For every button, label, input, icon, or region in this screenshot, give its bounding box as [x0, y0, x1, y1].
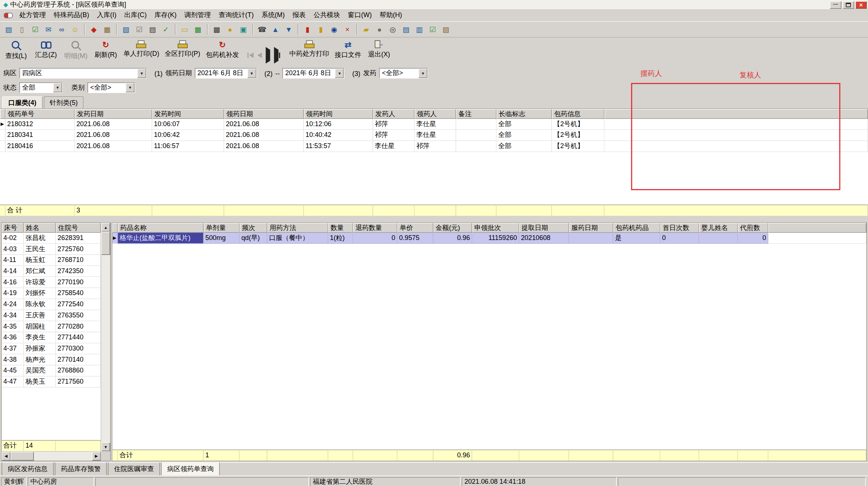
report-icon[interactable]: ▤ [400, 23, 412, 35]
tab-ward-dispense-info[interactable]: 病区发药信息 [1, 462, 54, 476]
scrollbar-thumb[interactable] [101, 232, 110, 255]
summary-button[interactable]: 汇总(Z) [31, 39, 61, 61]
scrollbar-track[interactable] [34, 452, 92, 461]
signature-icon[interactable]: ✓ [159, 23, 172, 35]
zoom-document-icon[interactable]: ◉ [328, 23, 340, 35]
photo-icon[interactable]: ▣ [237, 23, 249, 35]
detail-button[interactable]: 明细(M) [61, 39, 91, 62]
bell-icon[interactable]: ● [224, 23, 236, 35]
tab-order-review[interactable]: 住院医嘱审查 [108, 462, 160, 476]
copy-icon[interactable]: ▥ [413, 23, 426, 35]
col-batch[interactable]: 申领批次 [472, 223, 519, 233]
interface-file-button[interactable]: ⇄ 接口文件 [332, 39, 364, 61]
col-longterm-flag[interactable]: 长临标志 [496, 109, 552, 119]
col-medication-date[interactable]: 服药日期 [569, 223, 613, 233]
col-frequency[interactable]: 频次 [240, 223, 267, 233]
chevron-down-icon[interactable] [125, 83, 134, 92]
magnifier-icon[interactable]: ◎ [387, 23, 399, 35]
list-item[interactable]: 4-19刘振怀2758540 [1, 288, 101, 299]
list-item[interactable]: 4-47杨美玉2717560 [1, 377, 101, 388]
document-edit-icon[interactable]: ▧ [120, 23, 132, 35]
menu-item[interactable]: 窗口(W) [344, 9, 376, 21]
list-item[interactable]: 4-11杨玉虹2768710 [1, 255, 101, 266]
dispense-select[interactable]: <全部> [379, 68, 428, 79]
date-from-picker[interactable]: 2021年 6月 8日 [195, 68, 257, 79]
col-drug-name[interactable]: 药品名称 [118, 223, 204, 233]
chart-icon[interactable]: ▦ [191, 23, 204, 35]
status-select[interactable]: 全部 [19, 82, 63, 93]
maximize-button[interactable] [843, 1, 854, 9]
col-pickup-date[interactable]: 提取日期 [519, 223, 569, 233]
mail-icon[interactable]: ✉ [42, 23, 55, 35]
print-icon[interactable]: ▤ [2, 23, 15, 35]
col-remark[interactable]: 备注 [456, 109, 497, 119]
list-item[interactable]: 4-38杨声光2770140 [1, 354, 101, 365]
previous-record-button[interactable] [257, 52, 262, 58]
chevron-down-icon[interactable] [419, 68, 427, 78]
approve-icon[interactable]: ☑ [29, 23, 41, 35]
checklist-icon[interactable]: ☑ [133, 23, 146, 35]
col-amount[interactable]: 金额(元) [433, 223, 472, 233]
menu-item[interactable]: 帮助(H) [376, 9, 406, 21]
tab-injection[interactable]: 针剂类(5) [44, 96, 84, 109]
col-pack-info[interactable]: 包药信息 [552, 109, 604, 119]
tag-icon[interactable]: ◆ [88, 23, 100, 35]
print-page-icon[interactable]: ▤ [146, 23, 159, 35]
col-claim-date[interactable]: 领药日期 [224, 109, 304, 119]
list-item[interactable]: 4-16许琼爱2770190 [1, 277, 101, 288]
list-item[interactable]: 4-24陈永钦2772540 [1, 299, 101, 310]
thermometer-icon[interactable]: ▮ [301, 23, 314, 35]
menu-item[interactable]: 入库(I) [93, 9, 120, 21]
col-order-no[interactable]: 领药单号 [6, 109, 75, 119]
list-item[interactable]: 4-36李炎生2771440 [1, 332, 101, 343]
ward-select[interactable]: 四病区 [19, 68, 147, 79]
bank-card-icon[interactable]: ▭ [178, 23, 191, 35]
col-unit-price[interactable]: 单价 [397, 223, 433, 233]
chevron-down-icon[interactable] [137, 68, 146, 78]
last-record-button[interactable] [274, 47, 280, 64]
col-returned-qty[interactable]: 退药数量 [353, 223, 397, 233]
menu-item[interactable]: 系统(M) [258, 9, 289, 21]
menu-item[interactable]: 处方管理 [16, 9, 50, 21]
notebook-icon[interactable]: ▦ [101, 23, 114, 35]
tab-ward-claim-query[interactable]: 病区领药单查询 [161, 462, 220, 476]
close-box-icon[interactable]: × [341, 23, 354, 35]
list-item[interactable]: 4-14郑仁斌2742350 [1, 266, 101, 277]
list-item[interactable]: 4-35胡国柱2770280 [1, 321, 101, 332]
scroll-right-icon[interactable] [92, 452, 101, 461]
export-icon[interactable]: ▲ [269, 23, 282, 35]
col-quantity[interactable]: 数量 [328, 223, 353, 233]
col-claimer[interactable]: 领药人 [414, 109, 456, 119]
syringe-icon[interactable]: ▮ [314, 23, 327, 35]
find-button[interactable]: 查找(L) [1, 39, 31, 62]
exit-button[interactable]: 退出(X) [364, 39, 394, 60]
col-claim-time[interactable]: 领药时间 [304, 109, 373, 119]
keypad-icon[interactable]: ▩ [210, 23, 223, 35]
chevron-down-icon[interactable] [335, 68, 344, 78]
scrollbar-thumb[interactable] [10, 452, 34, 461]
folder-icon[interactable]: ▰ [360, 23, 372, 35]
list-item[interactable]: 4-03王民生2725760 [1, 244, 101, 255]
scroll-up-icon[interactable] [101, 223, 110, 232]
chevron-down-icon[interactable] [247, 68, 256, 78]
globe-icon[interactable]: ● [373, 23, 386, 35]
herbal-print-button[interactable]: 中药处方打印 [287, 39, 332, 60]
col-dispense-date[interactable]: 发药日期 [75, 109, 152, 119]
col-firstday-times[interactable]: 首日次数 [661, 223, 699, 233]
scroll-left-icon[interactable] [1, 452, 10, 461]
vertical-scrollbar[interactable] [101, 223, 110, 451]
list-item[interactable]: 4-45吴国亮2768860 [1, 365, 101, 377]
first-record-button[interactable] [247, 52, 253, 58]
binoculars-icon[interactable]: ∞ [55, 23, 68, 35]
col-route[interactable]: 用药方法 [267, 223, 328, 233]
date-to-picker[interactable]: 2021年 6月 8日 [283, 68, 344, 79]
category-select[interactable]: <全部> [88, 82, 135, 93]
col-infant-name[interactable]: 婴儿姓名 [699, 223, 738, 233]
col-dispense-time[interactable]: 发药时间 [152, 109, 224, 119]
scroll-down-icon[interactable] [101, 442, 110, 451]
minimize-button[interactable] [830, 1, 841, 9]
refresh-button[interactable]: ↻ 刷新(R) [91, 39, 121, 61]
door-icon[interactable]: ▨ [439, 23, 452, 35]
menu-item[interactable]: 查询统计(T) [215, 9, 258, 21]
menu-item[interactable]: 调剂管理 [181, 9, 215, 21]
